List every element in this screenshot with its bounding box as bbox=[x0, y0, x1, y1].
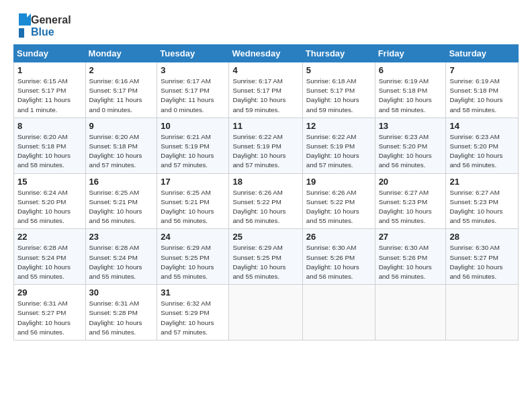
col-header-sunday: Sunday bbox=[14, 45, 86, 62]
day-cell bbox=[229, 285, 302, 340]
day-number: 22 bbox=[17, 232, 82, 242]
day-cell bbox=[302, 285, 375, 340]
header: GeneralBlue bbox=[13, 11, 519, 40]
day-info: Sunrise: 6:30 AMSunset: 5:27 PMDaylight:… bbox=[449, 243, 515, 281]
day-number: 15 bbox=[17, 177, 82, 187]
day-info: Sunrise: 6:23 AMSunset: 5:20 PMDaylight:… bbox=[379, 132, 443, 171]
day-number: 14 bbox=[449, 121, 515, 131]
day-cell: 2Sunrise: 6:16 AMSunset: 5:17 PMDaylight… bbox=[85, 62, 157, 118]
day-info: Sunrise: 6:20 AMSunset: 5:18 PMDaylight:… bbox=[89, 132, 154, 171]
day-number: 18 bbox=[232, 177, 298, 187]
day-cell bbox=[375, 285, 446, 340]
day-number: 24 bbox=[161, 232, 225, 242]
day-cell: 12Sunrise: 6:22 AMSunset: 5:19 PMDayligh… bbox=[302, 118, 375, 173]
day-cell: 27Sunrise: 6:30 AMSunset: 5:26 PMDayligh… bbox=[375, 229, 446, 285]
day-info: Sunrise: 6:31 AMSunset: 5:28 PMDaylight:… bbox=[89, 299, 154, 337]
day-info: Sunrise: 6:22 AMSunset: 5:19 PMDaylight:… bbox=[232, 132, 298, 171]
day-info: Sunrise: 6:25 AMSunset: 5:21 PMDaylight:… bbox=[89, 188, 154, 226]
day-number: 29 bbox=[17, 287, 82, 298]
day-info: Sunrise: 6:32 AMSunset: 5:29 PMDaylight:… bbox=[161, 299, 225, 337]
col-header-monday: Monday bbox=[85, 45, 157, 62]
day-number: 7 bbox=[449, 65, 515, 75]
day-cell: 14Sunrise: 6:23 AMSunset: 5:20 PMDayligh… bbox=[446, 118, 519, 173]
day-number: 27 bbox=[379, 232, 443, 242]
day-info: Sunrise: 6:19 AMSunset: 5:18 PMDaylight:… bbox=[449, 77, 515, 115]
day-info: Sunrise: 6:17 AMSunset: 5:17 PMDaylight:… bbox=[161, 77, 225, 115]
calendar-table: SundayMondayTuesdayWednesdayThursdayFrid… bbox=[13, 44, 519, 340]
day-cell: 22Sunrise: 6:28 AMSunset: 5:24 PMDayligh… bbox=[14, 229, 86, 285]
day-number: 13 bbox=[379, 121, 443, 131]
col-header-friday: Friday bbox=[375, 45, 446, 62]
day-info: Sunrise: 6:29 AMSunset: 5:25 PMDaylight:… bbox=[161, 243, 225, 281]
day-cell: 24Sunrise: 6:29 AMSunset: 5:25 PMDayligh… bbox=[157, 229, 229, 285]
day-info: Sunrise: 6:16 AMSunset: 5:17 PMDaylight:… bbox=[89, 77, 154, 115]
day-info: Sunrise: 6:17 AMSunset: 5:17 PMDaylight:… bbox=[232, 77, 298, 115]
day-number: 10 bbox=[161, 121, 225, 131]
day-number: 5 bbox=[306, 65, 371, 75]
day-cell: 29Sunrise: 6:31 AMSunset: 5:27 PMDayligh… bbox=[14, 285, 86, 340]
day-info: Sunrise: 6:20 AMSunset: 5:18 PMDaylight:… bbox=[17, 132, 82, 171]
logo-svg: GeneralBlue bbox=[13, 11, 74, 40]
day-info: Sunrise: 6:22 AMSunset: 5:19 PMDaylight:… bbox=[306, 132, 371, 171]
day-number: 8 bbox=[17, 121, 82, 131]
day-info: Sunrise: 6:30 AMSunset: 5:26 PMDaylight:… bbox=[379, 243, 443, 281]
day-info: Sunrise: 6:31 AMSunset: 5:27 PMDaylight:… bbox=[17, 299, 82, 337]
day-cell: 19Sunrise: 6:26 AMSunset: 5:22 PMDayligh… bbox=[302, 173, 375, 229]
day-number: 17 bbox=[161, 177, 225, 187]
day-cell: 3Sunrise: 6:17 AMSunset: 5:17 PMDaylight… bbox=[157, 62, 229, 118]
day-info: Sunrise: 6:21 AMSunset: 5:19 PMDaylight:… bbox=[161, 132, 225, 171]
col-header-tuesday: Tuesday bbox=[157, 45, 229, 62]
day-info: Sunrise: 6:28 AMSunset: 5:24 PMDaylight:… bbox=[17, 243, 82, 281]
day-info: Sunrise: 6:27 AMSunset: 5:23 PMDaylight:… bbox=[379, 188, 443, 226]
day-number: 3 bbox=[161, 65, 225, 75]
day-cell: 13Sunrise: 6:23 AMSunset: 5:20 PMDayligh… bbox=[375, 118, 446, 173]
day-number: 25 bbox=[232, 232, 298, 242]
day-info: Sunrise: 6:23 AMSunset: 5:20 PMDaylight:… bbox=[449, 132, 515, 171]
svg-marker-0 bbox=[19, 28, 24, 38]
day-cell: 20Sunrise: 6:27 AMSunset: 5:23 PMDayligh… bbox=[375, 173, 446, 229]
day-number: 21 bbox=[449, 177, 515, 187]
day-cell: 15Sunrise: 6:24 AMSunset: 5:20 PMDayligh… bbox=[14, 173, 86, 229]
day-cell: 31Sunrise: 6:32 AMSunset: 5:29 PMDayligh… bbox=[157, 285, 229, 340]
day-info: Sunrise: 6:30 AMSunset: 5:26 PMDaylight:… bbox=[306, 243, 371, 281]
svg-text:Blue: Blue bbox=[31, 26, 54, 38]
day-info: Sunrise: 6:29 AMSunset: 5:25 PMDaylight:… bbox=[232, 243, 298, 281]
day-number: 19 bbox=[306, 177, 371, 187]
day-cell: 30Sunrise: 6:31 AMSunset: 5:28 PMDayligh… bbox=[85, 285, 157, 340]
week-row-3: 15Sunrise: 6:24 AMSunset: 5:20 PMDayligh… bbox=[14, 173, 519, 229]
day-cell: 1Sunrise: 6:15 AMSunset: 5:17 PMDaylight… bbox=[14, 62, 86, 118]
day-info: Sunrise: 6:26 AMSunset: 5:22 PMDaylight:… bbox=[232, 188, 298, 226]
day-cell: 17Sunrise: 6:25 AMSunset: 5:21 PMDayligh… bbox=[157, 173, 229, 229]
day-cell: 8Sunrise: 6:20 AMSunset: 5:18 PMDaylight… bbox=[14, 118, 86, 173]
day-cell: 4Sunrise: 6:17 AMSunset: 5:17 PMDaylight… bbox=[229, 62, 302, 118]
day-cell: 21Sunrise: 6:27 AMSunset: 5:23 PMDayligh… bbox=[446, 173, 519, 229]
day-number: 16 bbox=[89, 177, 154, 187]
day-number: 11 bbox=[232, 121, 298, 131]
week-row-4: 22Sunrise: 6:28 AMSunset: 5:24 PMDayligh… bbox=[14, 229, 519, 285]
day-cell: 25Sunrise: 6:29 AMSunset: 5:25 PMDayligh… bbox=[229, 229, 302, 285]
day-number: 9 bbox=[89, 121, 154, 131]
day-cell: 16Sunrise: 6:25 AMSunset: 5:21 PMDayligh… bbox=[85, 173, 157, 229]
week-row-1: 1Sunrise: 6:15 AMSunset: 5:17 PMDaylight… bbox=[14, 62, 519, 118]
day-cell: 6Sunrise: 6:19 AMSunset: 5:18 PMDaylight… bbox=[375, 62, 446, 118]
day-cell bbox=[446, 285, 519, 340]
day-cell: 28Sunrise: 6:30 AMSunset: 5:27 PMDayligh… bbox=[446, 229, 519, 285]
page: GeneralBlue SundayMondayTuesdayWednesday… bbox=[0, 0, 532, 347]
day-cell: 23Sunrise: 6:28 AMSunset: 5:24 PMDayligh… bbox=[85, 229, 157, 285]
day-number: 1 bbox=[17, 65, 82, 75]
day-info: Sunrise: 6:26 AMSunset: 5:22 PMDaylight:… bbox=[306, 188, 371, 226]
col-header-thursday: Thursday bbox=[302, 45, 375, 62]
day-info: Sunrise: 6:24 AMSunset: 5:20 PMDaylight:… bbox=[17, 188, 82, 226]
calendar-header-row: SundayMondayTuesdayWednesdayThursdayFrid… bbox=[14, 45, 519, 62]
day-number: 26 bbox=[306, 232, 371, 242]
day-info: Sunrise: 6:19 AMSunset: 5:18 PMDaylight:… bbox=[379, 77, 443, 115]
logo: GeneralBlue bbox=[13, 11, 74, 40]
week-row-5: 29Sunrise: 6:31 AMSunset: 5:27 PMDayligh… bbox=[14, 285, 519, 340]
day-cell: 5Sunrise: 6:18 AMSunset: 5:17 PMDaylight… bbox=[302, 62, 375, 118]
day-number: 2 bbox=[89, 65, 154, 75]
day-cell: 18Sunrise: 6:26 AMSunset: 5:22 PMDayligh… bbox=[229, 173, 302, 229]
week-row-2: 8Sunrise: 6:20 AMSunset: 5:18 PMDaylight… bbox=[14, 118, 519, 173]
svg-text:General: General bbox=[31, 14, 71, 26]
day-info: Sunrise: 6:28 AMSunset: 5:24 PMDaylight:… bbox=[89, 243, 154, 281]
col-header-wednesday: Wednesday bbox=[229, 45, 302, 62]
